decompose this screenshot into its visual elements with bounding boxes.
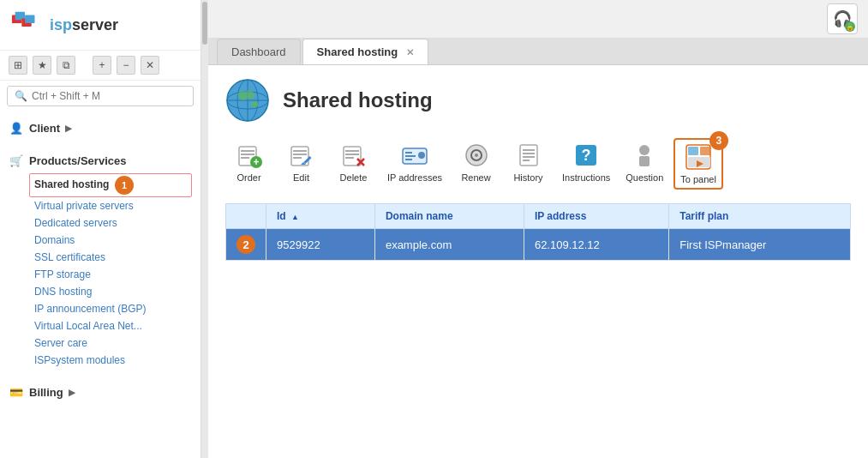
svg-rect-23	[345, 154, 359, 155]
client-arrow: ▶	[65, 124, 72, 133]
renew-button[interactable]: Renew	[452, 138, 500, 186]
col-rownum	[226, 204, 266, 229]
grid-icon[interactable]: ⊞	[9, 56, 27, 75]
billing-section-header[interactable]: 💳 Billing ▶	[9, 381, 192, 403]
sidebar-item-domains[interactable]: Domains	[29, 232, 192, 249]
svg-rect-18	[293, 157, 302, 159]
billing-arrow: ▶	[69, 388, 75, 397]
main-area: 🎧 🔒 Dashboard Shared hosting ✕	[208, 0, 868, 458]
order-button[interactable]: + Order	[225, 138, 272, 186]
sidebar-item-ssl-certificates[interactable]: SSL certificates	[29, 249, 192, 266]
sidebar-item-dedicated-servers[interactable]: Dedicated servers	[29, 214, 192, 232]
instructions-button[interactable]: ? Instructions	[557, 138, 615, 186]
history-button[interactable]: History	[505, 138, 552, 186]
content-panel: Shared hosting + Order	[208, 65, 868, 458]
renew-label: Renew	[461, 172, 490, 183]
table-header: Id ▲ Domain name IP address Tariff plan	[226, 204, 851, 229]
sidebar-scrollbar[interactable]	[201, 0, 208, 458]
question-icon	[631, 142, 658, 169]
col-tariff-plan[interactable]: Tariff plan	[669, 204, 851, 229]
search-icon: 🔍	[15, 90, 27, 102]
billing-label: Billing	[29, 386, 63, 399]
svg-rect-17	[293, 154, 307, 155]
scrollbar-thumb	[202, 2, 207, 45]
svg-rect-37	[523, 156, 535, 158]
svg-text:?: ?	[582, 147, 591, 164]
instructions-icon: ?	[572, 142, 600, 169]
svg-rect-29	[405, 155, 416, 157]
svg-rect-16	[293, 150, 307, 152]
sidebar-item-dns-hosting[interactable]: DNS hosting	[29, 283, 192, 300]
delete-icon	[340, 142, 368, 169]
question-label: Question	[626, 172, 663, 183]
svg-point-41	[639, 145, 650, 155]
to-panel-button[interactable]: 3 To panel	[673, 138, 723, 190]
sidebar-item-shared-hosting[interactable]: Shared hosting 1	[29, 173, 192, 197]
products-section: 🛒 Products/Services Shared hosting 1 Vir…	[0, 144, 201, 376]
svg-rect-21	[344, 147, 361, 166]
sidebar-item-ftp-storage[interactable]: FTP storage	[29, 266, 192, 283]
question-button[interactable]: Question	[620, 138, 668, 186]
cell-id: 9529922	[266, 229, 375, 261]
ip-addresses-label: IP addresses	[387, 172, 442, 183]
to-panel-label: To panel	[680, 174, 716, 184]
table-body: 2 9529922 example.com 62.109.12.12 First…	[226, 229, 851, 261]
badge-3: 3	[709, 131, 728, 150]
history-icon	[515, 142, 542, 169]
svg-rect-38	[523, 160, 530, 161]
client-section: 👤 Client ▶	[0, 111, 201, 144]
sidebar-item-virtual-private[interactable]: Virtual private servers	[29, 197, 192, 214]
history-label: History	[513, 172, 542, 183]
data-table: Id ▲ Domain name IP address Tariff plan …	[225, 203, 851, 261]
sidebar-item-server-care[interactable]: Server care	[29, 334, 192, 352]
add-icon[interactable]: +	[93, 56, 111, 75]
delete-button[interactable]: Delete	[330, 138, 377, 186]
svg-rect-11	[241, 154, 254, 155]
sidebar-item-ispsystem-modules[interactable]: ISPsystem modules	[29, 352, 192, 369]
cell-tariff-plan: First ISPmanager	[669, 229, 851, 261]
sidebar-item-ip-announcement[interactable]: IP announcement (BGP)	[29, 300, 192, 317]
sort-arrow-id: ▲	[291, 213, 299, 221]
col-domain-name[interactable]: Domain name	[374, 204, 524, 229]
cell-ip-address: 62.109.12.12	[524, 229, 668, 261]
client-icon: 👤	[9, 120, 24, 136]
copy-icon[interactable]: ⧉	[57, 56, 75, 75]
sidebar-toolbar: ⊞ ★ ⧉ + − ✕	[0, 51, 201, 81]
search-bar[interactable]: 🔍	[7, 86, 194, 106]
svg-text:+: +	[253, 156, 259, 168]
products-label: Products/Services	[29, 154, 126, 167]
badge-1: 1	[115, 176, 134, 195]
page-title: Shared hosting	[283, 88, 433, 112]
search-input[interactable]	[32, 90, 186, 102]
order-icon: +	[236, 142, 263, 169]
billing-section: 💳 Billing ▶	[0, 376, 201, 408]
svg-rect-36	[523, 153, 535, 154]
edit-icon	[288, 142, 315, 169]
page-header: Shared hosting	[225, 78, 851, 123]
svg-rect-22	[345, 150, 359, 152]
col-ip-address[interactable]: IP address	[524, 204, 668, 229]
svg-rect-34	[520, 145, 537, 166]
tab-bar: Dashboard Shared hosting ✕	[208, 39, 868, 65]
row-badge: 2	[226, 229, 266, 261]
globe-icon	[225, 78, 270, 123]
client-section-header[interactable]: 👤 Client ▶	[9, 117, 192, 139]
headset-button[interactable]: 🎧 🔒	[827, 3, 858, 34]
tab-dashboard[interactable]: Dashboard	[217, 39, 301, 64]
tab-shared-hosting[interactable]: Shared hosting ✕	[302, 39, 428, 64]
ip-addresses-button[interactable]: IP addresses	[382, 138, 447, 186]
order-label: Order	[236, 172, 260, 183]
tab-close-icon[interactable]: ✕	[406, 47, 414, 57]
settings-icon[interactable]: ✕	[141, 56, 159, 75]
star-icon[interactable]: ★	[33, 56, 51, 75]
svg-rect-45	[700, 147, 710, 155]
svg-rect-3	[25, 15, 34, 24]
sidebar-item-virtual-lan[interactable]: Virtual Local Area Net...	[29, 317, 192, 334]
table-row[interactable]: 2 9529922 example.com 62.109.12.12 First…	[226, 229, 851, 261]
products-section-header[interactable]: 🛒 Products/Services	[9, 149, 192, 172]
products-menu: Shared hosting 1 Virtual private servers…	[9, 172, 192, 371]
col-id[interactable]: Id ▲	[266, 204, 375, 229]
svg-rect-42	[639, 156, 650, 166]
minus-icon[interactable]: −	[117, 56, 135, 75]
edit-button[interactable]: Edit	[278, 138, 325, 186]
